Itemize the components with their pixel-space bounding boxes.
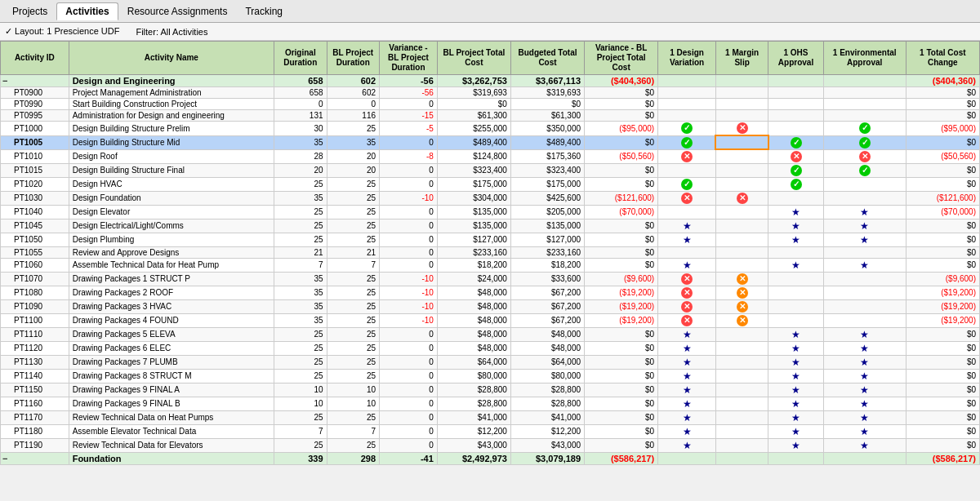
activity-id: PT1050 (1, 233, 69, 246)
table-row[interactable]: PT1060 Assemble Technical Data for Heat … (1, 258, 980, 272)
filter-label: Filter: All Activities (136, 27, 207, 37)
activity-id: PT1170 (1, 410, 69, 424)
table-row[interactable]: PT1090 Drawing Packages 3 HVAC 35 25 -10… (1, 299, 980, 313)
activity-name: Drawing Packages 7 PLUMB (69, 355, 274, 369)
table-row[interactable]: PT1100 Drawing Packages 4 FOUND 35 25 -1… (1, 313, 980, 327)
activity-id: PT1180 (1, 424, 69, 438)
activity-name: Start Building Construction Project (69, 99, 274, 110)
activity-id: PT0900 (1, 87, 69, 99)
activity-id: PT1190 (1, 438, 69, 452)
tab-projects[interactable]: Projects (3, 2, 56, 20)
table-row[interactable]: PT1080 Drawing Packages 2 ROOF 35 25 -10… (1, 286, 980, 299)
table-row[interactable]: PT1170 Review Technical Data on Heat Pum… (1, 410, 980, 424)
activity-name: Drawing Packages 5 ELEVA (69, 327, 274, 341)
col-ohs: 1 OHS Approval (768, 42, 823, 75)
table-row[interactable]: PT1150 Drawing Packages 9 FINAL A 10 10 … (1, 383, 980, 397)
group-name: Design and Engineering (69, 75, 274, 87)
table-row[interactable]: PT0990 Start Building Construction Proje… (1, 99, 980, 110)
activity-name: Review Technical Data on Heat Pumps (69, 410, 274, 424)
table-row[interactable]: PT1050 Design Plumbing 25 25 0 $127,000 … (1, 233, 980, 246)
group-toggle[interactable]: − (1, 452, 69, 464)
activity-name: Drawing Packages 6 ELEC (69, 341, 274, 355)
activity-name: Design HVAC (69, 177, 274, 191)
col-bl-total: BL Project Total Cost (437, 42, 510, 75)
table-row[interactable]: PT1020 Design HVAC 25 25 0 $175,000 $175… (1, 177, 980, 191)
activity-id: PT1130 (1, 355, 69, 369)
group-row: − Foundation 339 298 -41 $2,492,973 $3,0… (1, 452, 980, 464)
table-row[interactable]: PT1070 Drawing Packages 1 STRUCT P 35 25… (1, 272, 980, 286)
table-header-row: Activity ID Activity Name Original Durat… (1, 42, 980, 75)
activity-id: PT1100 (1, 313, 69, 327)
table-row[interactable]: PT1005 Design Building Structure Mid 35 … (1, 135, 980, 149)
table-row[interactable]: PT1015 Design Building Structure Final 2… (1, 163, 980, 177)
activity-id: PT1140 (1, 369, 69, 383)
activity-name: Drawing Packages 9 FINAL A (69, 383, 274, 397)
activity-id: PT1080 (1, 286, 69, 299)
activity-name: Drawing Packages 2 ROOF (69, 286, 274, 299)
col-env: 1 Environmental Approval (823, 42, 906, 75)
table-row[interactable]: PT1160 Drawing Packages 9 FINAL B 10 10 … (1, 397, 980, 410)
table-container[interactable]: Activity ID Activity Name Original Durat… (0, 41, 980, 501)
activity-name: Drawing Packages 4 FOUND (69, 313, 274, 327)
table-row[interactable]: PT1190 Review Technical Data for Elevato… (1, 438, 980, 452)
activity-id: PT1060 (1, 258, 69, 272)
activity-id: PT1040 (1, 205, 69, 219)
table-row[interactable]: PT1055 Review and Approve Designs 21 21 … (1, 246, 980, 258)
app-container: Projects Activities Resource Assignments… (0, 0, 980, 501)
activity-id: PT1055 (1, 246, 69, 258)
table-row[interactable]: PT1040 Design Elevator 25 25 0 $135,000 … (1, 205, 980, 219)
table-row[interactable]: PT1130 Drawing Packages 7 PLUMB 25 25 0 … (1, 355, 980, 369)
toolbar: ✓ Layout: 1 Prescience UDF Filter: All A… (0, 23, 980, 41)
col-design-var: 1 Design Variation (658, 42, 716, 75)
activity-id: PT1070 (1, 272, 69, 286)
activity-id: PT1110 (1, 327, 69, 341)
tab-resource-assignments[interactable]: Resource Assignments (118, 2, 237, 20)
activity-id: PT1010 (1, 149, 69, 163)
activity-id: PT1030 (1, 191, 69, 205)
top-nav: Projects Activities Resource Assignments… (0, 0, 980, 23)
table-row[interactable]: PT1000 Design Building Structure Prelim … (1, 122, 980, 136)
activity-name: Design Elevator (69, 205, 274, 219)
activity-name: Drawing Packages 9 FINAL B (69, 397, 274, 410)
activity-name: Design Foundation (69, 191, 274, 205)
activity-id: PT1020 (1, 177, 69, 191)
activity-id: PT1120 (1, 341, 69, 355)
table-row[interactable]: PT1045 Design Electrical/Light/Comms 25 … (1, 219, 980, 233)
activity-name: Design Electrical/Light/Comms (69, 219, 274, 233)
table-row[interactable]: PT1010 Design Roof 28 20 -8 $124,800 $17… (1, 149, 980, 163)
activities-table: Activity ID Activity Name Original Durat… (0, 41, 980, 465)
table-row[interactable]: PT1110 Drawing Packages 5 ELEVA 25 25 0 … (1, 327, 980, 341)
activity-id: PT1090 (1, 299, 69, 313)
col-var-total: Variance - BL Project Total Cost (585, 42, 658, 75)
activity-name: Project Management Administration (69, 87, 274, 99)
activity-name: Design Building Structure Prelim (69, 122, 274, 136)
activity-name: Design Building Structure Final (69, 163, 274, 177)
tab-activities[interactable]: Activities (56, 2, 118, 20)
activity-id: PT1045 (1, 219, 69, 233)
activity-name: Administration for Design and engineerin… (69, 110, 274, 122)
activity-id: PT1005 (1, 135, 69, 149)
tab-tracking[interactable]: Tracking (236, 2, 292, 20)
group-toggle[interactable]: − (1, 75, 69, 87)
activity-name: Assemble Technical Data for Heat Pump (69, 258, 274, 272)
col-activity-name: Activity Name (69, 42, 274, 75)
col-budgeted: Budgeted Total Cost (510, 42, 584, 75)
table-row[interactable]: PT1140 Drawing Packages 8 STRUCT M 25 25… (1, 369, 980, 383)
col-orig-dur: Original Duration (274, 42, 327, 75)
activity-name: Drawing Packages 1 STRUCT P (69, 272, 274, 286)
table-row[interactable]: PT1180 Assemble Elevator Technical Data … (1, 424, 980, 438)
activity-id: PT1015 (1, 163, 69, 177)
table-row[interactable]: PT1120 Drawing Packages 6 ELEC 25 25 0 $… (1, 341, 980, 355)
activity-name: Design Roof (69, 149, 274, 163)
activity-name: Review Technical Data for Elevators (69, 438, 274, 452)
col-bl-dur: BL Project Duration (327, 42, 380, 75)
col-var-dur: Variance - BL Project Duration (380, 42, 438, 75)
table-row[interactable]: PT1030 Design Foundation 35 25 -10 $304,… (1, 191, 980, 205)
layout-label: ✓ Layout: 1 Prescience UDF (5, 26, 119, 37)
activity-name: Assemble Elevator Technical Data (69, 424, 274, 438)
table-row[interactable]: PT0900 Project Management Administration… (1, 87, 980, 99)
table-row[interactable]: PT0995 Administration for Design and eng… (1, 110, 980, 122)
col-activity-id: Activity ID (1, 42, 69, 75)
activity-id: PT1150 (1, 383, 69, 397)
activity-id: PT1160 (1, 397, 69, 410)
